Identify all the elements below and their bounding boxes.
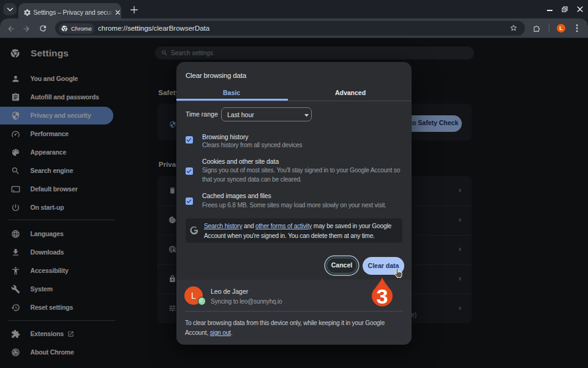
svg-text:3: 3 (377, 285, 388, 307)
